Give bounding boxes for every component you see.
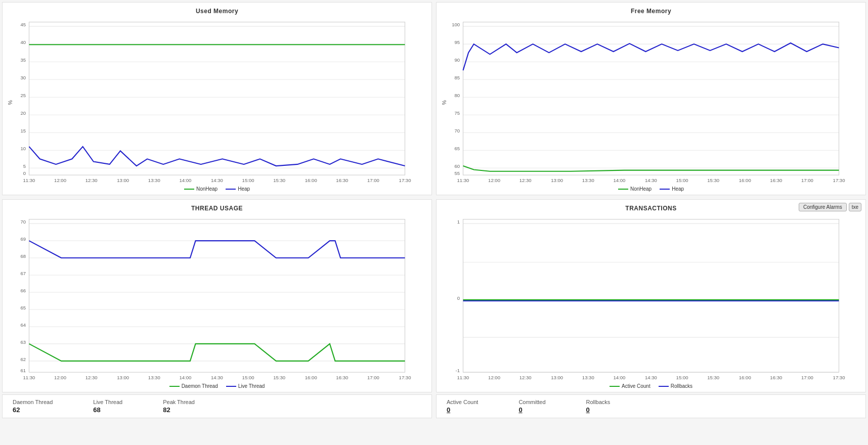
committed-stat: Committed 0 [518,399,545,414]
legend-active-count: Active Count [610,383,650,389]
svg-text:14:00: 14:00 [179,177,191,183]
svg-text:11:30: 11:30 [457,177,469,183]
svg-text:75: 75 [454,110,460,116]
svg-text:15:30: 15:30 [273,375,285,380]
live-thread-stat: Live Thread 68 [93,399,122,414]
transaction-stats-panel: Active Count 0 Committed 0 Rollbacks 0 [436,394,866,418]
svg-text:11:30: 11:30 [23,177,35,183]
legend-nonheap-free: NonHeap [618,186,652,192]
thread-usage-legend: Daemon Thread Live Thread [8,383,426,389]
svg-text:25: 25 [20,93,26,98]
svg-rect-112 [463,219,839,373]
svg-text:12:00: 12:00 [54,375,66,380]
svg-text:14:00: 14:00 [613,177,625,183]
svg-text:30: 30 [20,75,26,80]
svg-text:15:00: 15:00 [242,375,254,380]
svg-text:13:30: 13:30 [582,177,594,183]
used-memory-svg: 45 40 35 30 25 20 15 10 5 0 % [8,17,426,183]
svg-text:%: % [8,100,13,105]
svg-text:17:30: 17:30 [399,177,411,183]
svg-text:13:00: 13:00 [551,375,563,380]
svg-text:17:00: 17:00 [367,375,379,380]
svg-text:12:30: 12:30 [85,375,98,380]
free-memory-chart: 100 95 90 85 80 75 70 65 60 55 % [442,17,860,184]
live-thread-stat-label: Live Thread [93,399,122,405]
svg-text:66: 66 [20,288,26,293]
svg-text:62: 62 [20,357,26,362]
svg-text:11:30: 11:30 [457,375,469,380]
svg-text:15:30: 15:30 [707,375,719,380]
svg-text:16:00: 16:00 [305,375,317,380]
rollbacks-stat: Rollbacks 0 [586,399,611,414]
svg-text:55: 55 [454,170,460,176]
svg-text:17:30: 17:30 [399,375,411,380]
svg-text:69: 69 [20,236,26,242]
svg-text:12:00: 12:00 [54,177,66,183]
thread-usage-panel: THREAD USAGE 70 69 68 67 66 65 64 63 62 … [2,199,432,392]
svg-text:13:30: 13:30 [582,375,594,380]
svg-text:14:30: 14:30 [645,177,657,183]
peak-thread-stat-label: Peak Thread [163,399,195,405]
heap-free-label: Heap [672,186,684,192]
active-count-stat: Active Count 0 [447,399,478,414]
svg-text:12:00: 12:00 [488,177,500,183]
nonheap-free-line-icon [618,189,628,190]
svg-text:15:00: 15:00 [676,375,688,380]
legend-heap: Heap [226,186,250,192]
used-memory-panel: Used Memory 45 40 35 30 25 20 15 10 5 0 [2,2,432,195]
svg-text:13:30: 13:30 [148,375,160,380]
svg-text:20: 20 [20,110,26,116]
svg-text:70: 70 [20,219,26,225]
svg-text:12:30: 12:30 [85,177,98,183]
svg-text:65: 65 [20,305,26,310]
thread-stats-panel: Daemon Thread 62 Live Thread 68 Peak Thr… [2,394,432,418]
legend-daemon-thread: Daemon Thread [169,383,218,389]
free-memory-legend: NonHeap Heap [442,186,860,192]
active-count-stat-label: Active Count [447,399,478,405]
svg-text:16:30: 16:30 [336,177,348,183]
svg-text:61: 61 [20,368,26,373]
rollbacks-stat-value: 0 [586,406,611,414]
svg-text:15:00: 15:00 [676,177,688,183]
transactions-legend: Active Count Rollbacks [442,383,860,389]
heap-label: Heap [238,186,250,192]
configure-alarms-button[interactable]: Configure Alarms [799,203,847,211]
svg-text:12:30: 12:30 [519,375,532,380]
svg-text:13:30: 13:30 [148,177,160,183]
used-memory-chart: 45 40 35 30 25 20 15 10 5 0 % [8,17,426,184]
svg-text:14:30: 14:30 [211,177,223,183]
transactions-panel: Configure Alarms txe TRANSACTIONS 1 0 -1 [436,199,866,392]
stats-row: Daemon Thread 62 Live Thread 68 Peak Thr… [0,394,868,420]
svg-text:14:30: 14:30 [645,375,657,380]
svg-text:90: 90 [454,57,460,63]
active-count-label: Active Count [622,383,650,389]
svg-text:14:00: 14:00 [613,375,625,380]
svg-text:16:00: 16:00 [739,177,751,183]
svg-text:16:00: 16:00 [305,177,317,183]
daemon-thread-stat: Daemon Thread 62 [13,399,53,414]
svg-text:13:00: 13:00 [117,375,129,380]
transactions-chart: 1 0 -1 11:30 12:00 12:30 13:00 [442,214,860,381]
svg-text:40: 40 [20,39,26,45]
active-count-line-icon [610,386,620,387]
svg-text:15: 15 [20,128,26,134]
live-thread-label: Live Thread [238,383,265,389]
configure-btn-area: Configure Alarms txe [799,203,861,211]
svg-text:35: 35 [20,57,26,63]
legend-nonheap: NonHeap [184,186,218,192]
svg-text:10: 10 [20,146,26,151]
legend-live-thread: Live Thread [226,383,265,389]
svg-text:80: 80 [454,93,460,98]
svg-text:0: 0 [23,170,26,176]
reset-button[interactable]: txe [849,203,861,211]
svg-text:1: 1 [457,219,460,225]
svg-text:70: 70 [454,128,460,134]
svg-text:14:00: 14:00 [179,375,191,380]
heap-free-line-icon [660,189,670,190]
daemon-thread-line-icon [169,386,180,387]
svg-text:-1: -1 [456,368,460,373]
thread-usage-title: THREAD USAGE [8,205,426,212]
active-count-stat-value: 0 [447,406,478,414]
svg-text:17:30: 17:30 [833,177,845,183]
rollbacks-stat-label: Rollbacks [586,399,611,405]
